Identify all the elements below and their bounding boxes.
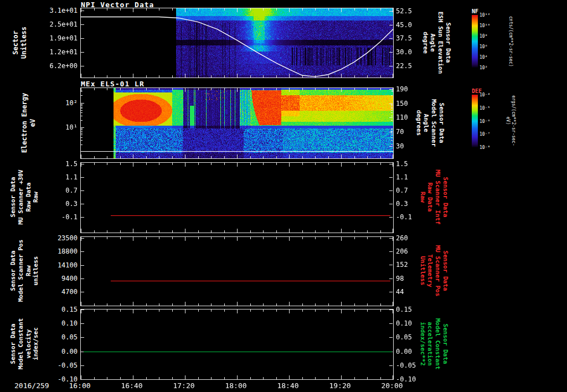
y-tick <box>389 164 393 164</box>
x-tick <box>81 229 81 233</box>
y-tick-label: 0.7 <box>31 187 78 194</box>
x-tick <box>328 377 329 379</box>
x-tick-label: 19:20 <box>323 381 357 390</box>
y-tick-label: 10² <box>31 100 78 106</box>
x-tick <box>315 163 316 165</box>
x-tick <box>133 88 133 92</box>
x-tick <box>94 163 95 165</box>
x-tick <box>107 230 107 233</box>
x-tick <box>120 230 121 233</box>
mu-scanner-30v-panel <box>80 162 394 233</box>
x-tick <box>133 74 133 78</box>
x-tick <box>328 88 329 90</box>
x-tick <box>185 8 185 12</box>
y-tick <box>81 66 84 66</box>
x-tick <box>81 375 81 379</box>
y-minor-tick <box>391 105 393 106</box>
y-tick-label: -0.05 <box>396 362 429 369</box>
y-tick <box>81 103 84 104</box>
x-tick-label: 20:00 <box>375 381 409 390</box>
y-minor-tick <box>391 137 393 138</box>
x-tick <box>107 88 107 90</box>
x-tick <box>198 377 199 379</box>
x-tick <box>237 237 238 241</box>
y-minor-tick <box>81 116 83 116</box>
y-tick <box>389 310 393 310</box>
y-minor-tick <box>81 107 83 107</box>
x-tick <box>133 237 133 241</box>
y-tick-label: 0.05 <box>396 334 429 341</box>
x-tick <box>172 230 173 233</box>
colorbar-def-gradient <box>472 95 478 147</box>
y-tick <box>389 104 393 104</box>
x-tick <box>81 310 81 313</box>
x-tick <box>224 230 225 233</box>
y-tick-label: -0.1 <box>396 214 429 220</box>
x-tick <box>276 303 277 306</box>
y-tick <box>389 190 393 191</box>
y-tick-label: 0.15 <box>396 306 429 313</box>
x-tick <box>146 303 147 306</box>
els-spectrogram-panel <box>80 87 394 159</box>
x-tick <box>211 163 212 165</box>
y-tick-label: 1.1 <box>31 174 78 180</box>
colorbar-nf-title: NF <box>472 8 478 14</box>
y-minor-tick <box>391 112 393 113</box>
y-tick-label: 150 <box>396 100 429 107</box>
x-tick <box>146 156 147 158</box>
y-tick-label: 1.2e+01 <box>31 49 78 55</box>
x-tick <box>289 163 290 167</box>
y-tick <box>389 365 393 366</box>
y-tick <box>389 89 393 90</box>
x-tick <box>120 8 121 11</box>
x-tick <box>94 8 95 11</box>
y-tick <box>389 132 393 132</box>
y-minor-tick <box>391 104 393 105</box>
colorbar-tick-label: 10¹⁰ <box>480 23 490 28</box>
x-tick <box>315 156 316 158</box>
colorbar-tick-label: 10⁻⁶ <box>480 119 490 124</box>
x-tick <box>315 230 316 233</box>
x-tick <box>172 156 173 158</box>
x-tick <box>224 237 225 239</box>
y-minor-tick <box>81 105 83 106</box>
y-minor-tick <box>81 135 83 135</box>
x-tick <box>341 237 342 241</box>
x-tick <box>367 310 368 312</box>
x-tick <box>237 163 238 167</box>
x-tick <box>263 88 264 90</box>
panel2-title: MEx ELS-01 LR <box>81 80 145 88</box>
y-tick-label: 0.15 <box>31 306 78 313</box>
y-tick <box>389 204 393 204</box>
x-tick <box>250 75 251 78</box>
x-tick <box>289 375 290 379</box>
colorbar-nf-gradient <box>472 15 478 68</box>
y-minor-tick <box>81 137 83 138</box>
x-tick <box>263 237 264 239</box>
y-tick-label: 1.9e+01 <box>31 35 78 42</box>
y-tick-label: -0.1 <box>31 214 78 220</box>
data-line <box>111 281 390 281</box>
y-tick <box>81 310 84 310</box>
x-tick <box>315 377 316 379</box>
x-tick <box>237 74 238 78</box>
y-minor-tick <box>81 112 83 113</box>
x-tick <box>328 230 329 233</box>
x-tick <box>341 88 342 92</box>
x-tick <box>146 377 147 379</box>
y-tick-label: 22.5 <box>396 63 429 69</box>
x-tick <box>185 310 185 313</box>
y-minor-tick <box>81 120 83 121</box>
x-tick <box>302 163 303 165</box>
y-tick-label: 70 <box>396 128 429 135</box>
x-tick <box>263 310 264 312</box>
x-tick <box>133 302 133 306</box>
x-tick <box>276 310 277 312</box>
y-tick-label: 190 <box>396 86 429 92</box>
x-tick <box>211 377 212 379</box>
x-tick <box>328 163 329 165</box>
x-tick <box>211 88 212 90</box>
x-tick <box>302 303 303 306</box>
x-tick <box>315 88 316 90</box>
x-tick <box>172 310 173 312</box>
